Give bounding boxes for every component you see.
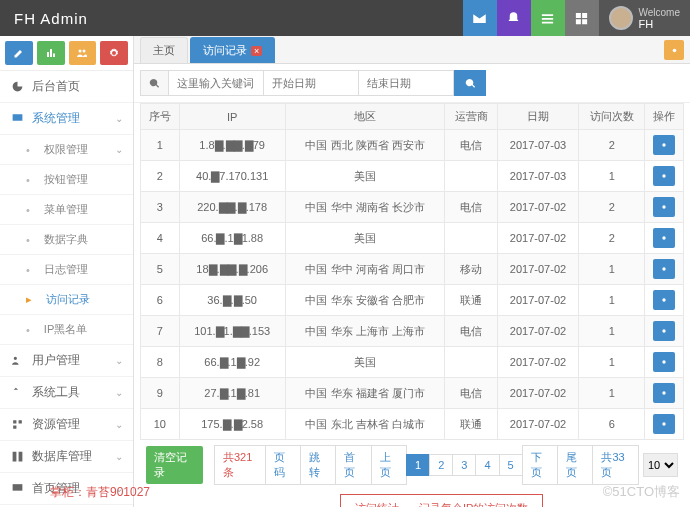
menu-icon [10, 354, 24, 367]
table-header: 序号IP地区运营商日期访问次数操作 [141, 104, 684, 130]
menu-item[interactable]: 系统工具⌄ [0, 377, 133, 409]
page-label: 页码 [265, 445, 301, 485]
page-jump[interactable]: 跳转 [300, 445, 336, 485]
table-row: 3220.▇▇.▇.178中国 华中 湖南省 长沙市电信2017-07-022 [141, 192, 684, 223]
sidebar: 后台首页 系统管理⌄ 权限管理⌄按钮管理菜单管理数据字典日志管理访问记录IP黑名… [0, 36, 134, 507]
table-row: 518▇.▇▇.▇.206中国 华中 河南省 周口市移动2017-07-021 [141, 254, 684, 285]
page-size-select[interactable]: 10 [643, 453, 678, 477]
topbar: FH Admin WelcomeFH [0, 0, 690, 36]
page-num[interactable]: 2 [429, 454, 453, 476]
footer-credit: 掌柜：青苔901027 [50, 484, 150, 501]
page-num[interactable]: 3 [452, 454, 476, 476]
watermark: ©51CTO博客 [603, 483, 680, 501]
row-action-button[interactable] [653, 414, 675, 434]
table-row: 240.▇7.170.131美国2017-07-031 [141, 161, 684, 192]
page-count: 共33页 [592, 445, 639, 485]
submenu-item[interactable]: 数据字典 [0, 225, 133, 255]
menu-item[interactable]: 数据库管理⌄ [0, 441, 133, 473]
dashboard-icon [10, 80, 24, 93]
sidebar-menu: 后台首页 系统管理⌄ 权限管理⌄按钮管理菜单管理数据字典日志管理访问记录IP黑名… [0, 71, 133, 507]
tool-users-icon[interactable] [69, 41, 97, 65]
menu-item[interactable]: 用户管理⌄ [0, 345, 133, 377]
avatar [609, 6, 633, 30]
pagination: 共321条页码跳转首页上页12345下页尾页共33页10 [209, 441, 684, 489]
end-date-input[interactable] [359, 70, 454, 96]
submenu-item[interactable]: 菜单管理 [0, 195, 133, 225]
close-icon[interactable]: × [251, 46, 262, 56]
page-num[interactable]: 4 [475, 454, 499, 476]
row-action-button[interactable] [653, 135, 675, 155]
search-bar [134, 64, 690, 103]
page-num[interactable]: 1 [406, 454, 430, 476]
page-first[interactable]: 首页 [335, 445, 371, 485]
tab-visits[interactable]: 访问记录× [190, 37, 275, 63]
brand: FH Admin [0, 10, 102, 27]
tool-edit-icon[interactable] [5, 41, 33, 65]
table-row: 10175.▇.▇2.58中国 东北 吉林省 白城市联通2017-07-026 [141, 409, 684, 440]
annotation-box: 访问统计 记录每个IP的访问次数 [340, 494, 543, 507]
submenu-item[interactable]: IP黑名单 [0, 315, 133, 345]
submenu-item[interactable]: 访问记录 [0, 285, 133, 315]
search-icon[interactable] [140, 70, 169, 96]
menu-home[interactable]: 后台首页 [0, 71, 133, 103]
grid-icon[interactable] [565, 0, 599, 36]
mail-icon[interactable] [463, 0, 497, 36]
tool-settings-icon[interactable] [100, 41, 128, 65]
tab-settings-icon[interactable] [664, 40, 684, 60]
submenu-item[interactable]: 权限管理⌄ [0, 135, 133, 165]
row-action-button[interactable] [653, 321, 675, 341]
clear-button[interactable]: 清空记录 [146, 446, 203, 484]
table-row: 466.▇.1▇1.88美国2017-07-022 [141, 223, 684, 254]
page-total: 共321条 [214, 445, 266, 485]
row-action-button[interactable] [653, 197, 675, 217]
menu-icon [10, 418, 24, 431]
chevron-down-icon: ⌄ [115, 113, 123, 124]
submenu-item[interactable]: 按钮管理 [0, 165, 133, 195]
user-menu[interactable]: WelcomeFH [599, 0, 691, 36]
topbar-actions: WelcomeFH [463, 0, 691, 36]
row-action-button[interactable] [653, 259, 675, 279]
row-action-button[interactable] [653, 383, 675, 403]
tasks-icon[interactable] [531, 0, 565, 36]
sidebar-tools [0, 36, 133, 71]
table-row: 927.▇.1▇.81中国 华东 福建省 厦门市电信2017-07-021 [141, 378, 684, 409]
search-input[interactable] [169, 70, 264, 96]
row-action-button[interactable] [653, 228, 675, 248]
page-next[interactable]: 下页 [522, 445, 558, 485]
row-action-button[interactable] [653, 290, 675, 310]
row-action-button[interactable] [653, 352, 675, 372]
bell-icon[interactable] [497, 0, 531, 36]
start-date-input[interactable] [264, 70, 359, 96]
table-row: 636.▇.▇.50中国 华东 安徽省 合肥市联通2017-07-021 [141, 285, 684, 316]
page-num[interactable]: 5 [499, 454, 523, 476]
row-action-button[interactable] [653, 166, 675, 186]
main: 主页 访问记录× 序号IP地区运营商日期访问次数操作 11.8▇.▇▇.▇79中… [134, 36, 690, 507]
page-last[interactable]: 尾页 [557, 445, 593, 485]
table-row: 866.▇.1▇.92美国2017-07-021 [141, 347, 684, 378]
menu-icon [10, 386, 24, 399]
data-table: 序号IP地区运营商日期访问次数操作 11.8▇.▇▇.▇79中国 西北 陕西省 … [140, 103, 684, 440]
menu-system[interactable]: 系统管理⌄ [0, 103, 133, 135]
tab-home[interactable]: 主页 [140, 37, 188, 63]
menu-icon [10, 450, 24, 463]
table-row: 7101.▇1.▇▇.153中国 华东 上海市 上海市电信2017-07-021 [141, 316, 684, 347]
tabbar: 主页 访问记录× [134, 36, 690, 64]
search-button[interactable] [454, 70, 486, 96]
menu-icon [10, 482, 24, 495]
tool-chart-icon[interactable] [37, 41, 65, 65]
submenu-item[interactable]: 日志管理 [0, 255, 133, 285]
table-row: 11.8▇.▇▇.▇79中国 西北 陕西省 西安市电信2017-07-032 [141, 130, 684, 161]
page-prev[interactable]: 上页 [371, 445, 407, 485]
monitor-icon [10, 112, 24, 125]
menu-item[interactable]: 资源管理⌄ [0, 409, 133, 441]
